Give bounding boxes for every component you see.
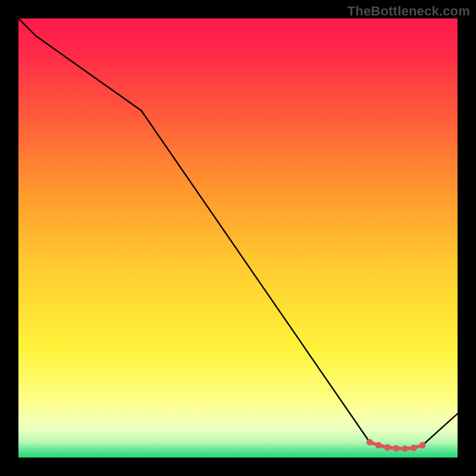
data-marker	[419, 442, 426, 449]
plot-area	[18, 18, 458, 458]
watermark-text: TheBottleneck.com	[347, 4, 470, 19]
data-marker	[384, 444, 390, 451]
data-marker	[375, 442, 382, 449]
data-marker	[367, 439, 373, 446]
chart-frame: TheBottleneck.com	[0, 0, 476, 476]
gradient-background	[18, 18, 458, 458]
data-marker	[393, 445, 399, 452]
chart-svg	[18, 18, 458, 458]
data-marker	[402, 446, 408, 452]
data-marker	[411, 444, 417, 451]
